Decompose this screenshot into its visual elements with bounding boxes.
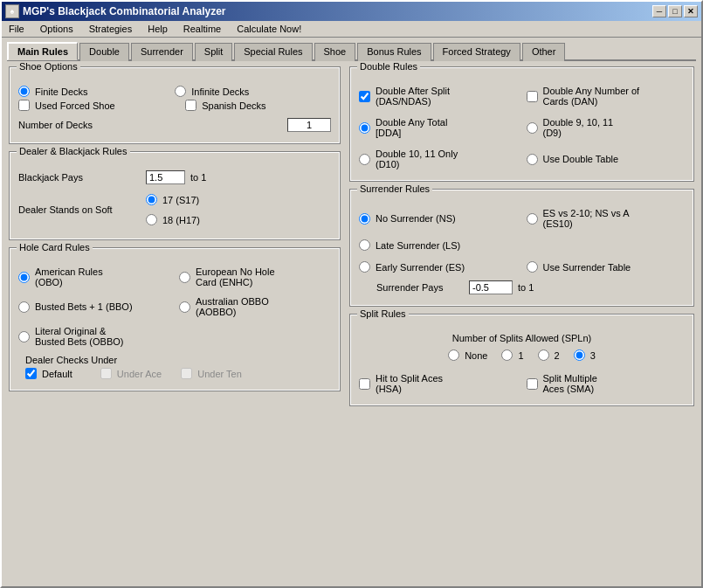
forced-shoe-spanish-row: Used Forced Shoe Spanish Decks	[18, 100, 331, 111]
blackjack-pays-row: Blackjack Pays to 1	[18, 170, 331, 184]
finite-decks-label: Finite Decks	[35, 86, 88, 97]
under-ten-checkbox[interactable]	[181, 368, 192, 379]
under-ten-label: Under Ten	[197, 369, 242, 379]
splits-2-label: 2	[555, 350, 560, 361]
h17-radio[interactable]	[146, 214, 157, 225]
surrender-pays-to1: to 1	[518, 282, 534, 293]
double-rules-label: Double Rules	[357, 61, 420, 72]
literal-radio[interactable]	[18, 331, 30, 342]
early-surrender-row: Early Surrender (ES)	[359, 261, 518, 273]
tab-split[interactable]: Split	[195, 43, 232, 61]
es-vs-label: ES vs 2-10; NS vs A(ES10)	[543, 208, 630, 229]
num-decks-label: Number of Decks	[18, 120, 282, 130]
split-multiple-aces-checkbox[interactable]	[527, 378, 538, 390]
menu-help[interactable]: Help	[144, 23, 171, 35]
blackjack-pays-input[interactable]	[146, 170, 185, 184]
app-icon: ♠	[5, 4, 19, 18]
s17-radio[interactable]	[146, 194, 157, 205]
tab-surrender[interactable]: Surrender	[131, 43, 193, 61]
finite-decks-radio[interactable]	[18, 86, 30, 97]
hit-split-aces-checkbox[interactable]	[359, 378, 370, 390]
tab-double[interactable]: Double	[79, 43, 129, 61]
maximize-button[interactable]: □	[668, 5, 682, 17]
bbo-row: Busted Bets + 1 (BBO)	[18, 296, 170, 317]
aobbo-radio[interactable]	[179, 301, 190, 313]
surrender-pays-input[interactable]	[469, 280, 513, 294]
dealer-rules-label: Dealer & Blackjack Rules	[17, 146, 130, 156]
es-vs-radio[interactable]	[527, 213, 538, 225]
splits-1-radio[interactable]	[501, 349, 513, 361]
tab-forced-strategy[interactable]: Forced Strategy	[433, 43, 520, 61]
split-rules-label: Split Rules	[357, 308, 409, 319]
splits-2-row: 2	[538, 349, 560, 361]
surrender-rules-group: Surrender Rules No Surrender (NS) ES vs …	[349, 189, 694, 307]
obo-radio[interactable]	[18, 272, 30, 283]
menu-realtime[interactable]: Realtime	[180, 23, 224, 35]
no-surrender-radio[interactable]	[359, 213, 370, 225]
splits-options-row: None 1 2 3	[359, 347, 685, 363]
tab-shoe[interactable]: Shoe	[314, 43, 356, 61]
dealer-checks-row: Dealer Checks Under	[18, 355, 331, 365]
use-double-table-row: Use Double Table	[527, 149, 686, 169]
late-surrender-radio[interactable]	[359, 239, 370, 251]
splits-3-radio[interactable]	[574, 349, 585, 361]
use-surrender-table-row: Use Surrender Table	[527, 261, 686, 273]
splits-none-radio[interactable]	[448, 349, 459, 361]
used-forced-shoe-checkbox[interactable]	[18, 100, 30, 111]
right-panel: Double Rules Double After Split(DAS/NDAS…	[349, 66, 694, 569]
enhc-radio[interactable]	[179, 272, 190, 283]
tab-main-rules[interactable]: Main Rules	[7, 42, 78, 60]
d10-radio[interactable]	[359, 154, 370, 165]
tab-other[interactable]: Other	[522, 43, 566, 61]
infinite-decks-radio[interactable]	[175, 86, 186, 97]
splits-2-radio[interactable]	[538, 349, 549, 361]
finite-infinite-row: Finite Decks Infinite Decks	[18, 86, 331, 97]
es-vs-row: ES vs 2-10; NS vs A(ES10)	[527, 208, 686, 229]
d9-label: Double 9, 10, 11(D9)	[543, 117, 614, 138]
close-button[interactable]: ✕	[684, 5, 698, 17]
bbo-radio[interactable]	[18, 301, 30, 313]
spanish-decks-checkbox[interactable]	[185, 100, 196, 111]
dan-checkbox[interactable]	[527, 91, 538, 102]
use-double-table-radio[interactable]	[527, 154, 538, 165]
early-surrender-radio[interactable]	[359, 261, 370, 273]
d9-radio[interactable]	[527, 122, 538, 134]
s17-row: 17 (S17)	[146, 194, 200, 205]
main-content: Shoe Options Finite Decks Infinite Decks…	[2, 61, 701, 574]
minimize-button[interactable]: ─	[652, 5, 666, 17]
das-checkbox[interactable]	[359, 91, 370, 102]
hit-split-aces-row: Hit to Split Aces(HSA)	[359, 373, 518, 394]
h17-label: 18 (H17)	[162, 215, 200, 225]
hole-card-rules-group: Hole Card Rules American Rules(OBO) Euro…	[9, 247, 341, 391]
early-surrender-label: Early Surrender (ES)	[376, 262, 465, 273]
use-surrender-table-label: Use Surrender Table	[543, 262, 631, 273]
number-of-decks-input[interactable]	[287, 118, 331, 132]
dda-radio[interactable]	[359, 122, 370, 134]
split-multiple-aces-row: Split MultipleAces (SMA)	[527, 373, 686, 394]
used-forced-shoe-label: Used Forced Shoe	[35, 100, 115, 111]
menu-options[interactable]: Options	[37, 23, 77, 35]
menu-strategies[interactable]: Strategies	[86, 23, 136, 35]
splits-1-row: 1	[501, 349, 523, 361]
use-surrender-table-radio[interactable]	[527, 261, 538, 273]
das-label: Double After Split(DAS/NDAS)	[376, 86, 450, 107]
menu-calculate[interactable]: Calculate Now!	[233, 23, 305, 35]
spanish-decks-label: Spanish Decks	[202, 100, 265, 111]
blackjack-pays-label: Blackjack Pays	[18, 172, 141, 183]
splits-3-row: 3	[574, 349, 596, 361]
main-window: ♠ MGP's Blackjack Combinatorial Analyzer…	[0, 0, 703, 588]
default-checkbox[interactable]	[25, 368, 37, 379]
tab-bonus-rules[interactable]: Bonus Rules	[357, 43, 431, 61]
dealer-stands-row: Dealer Stands on Soft 17 (S17) 18 (H17)	[18, 191, 331, 228]
literal-label: Literal Original &Busted Bets (OBBO)	[35, 326, 123, 347]
das-row: Double After Split(DAS/NDAS)	[359, 86, 518, 107]
num-splits-label-row: Number of Splits Allowed (SPLn)	[359, 333, 685, 343]
dan-label: Double Any Number ofCards (DAN)	[543, 86, 640, 107]
d10-row: Double 10, 11 Only(D10)	[359, 149, 518, 169]
no-surrender-label: No Surrender (NS)	[376, 213, 456, 224]
splits-none-row: None	[448, 349, 487, 361]
splits-3-label: 3	[590, 350, 596, 361]
tab-special-rules[interactable]: Special Rules	[234, 43, 312, 61]
menu-file[interactable]: File	[5, 23, 28, 35]
under-ace-checkbox[interactable]	[100, 368, 112, 379]
